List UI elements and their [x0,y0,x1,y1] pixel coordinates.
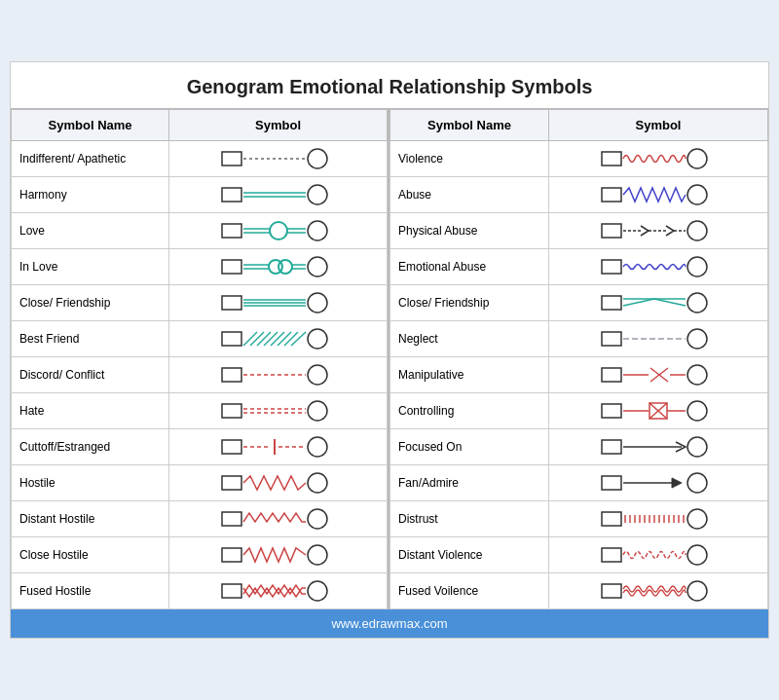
left-symbol-9 [169,465,388,501]
table-row: Distrust [390,501,768,537]
left-symbol-4 [169,285,388,321]
table-row: Close/ Friendship [390,285,768,321]
table-row: In Love [12,249,388,285]
right-symbol-9 [548,465,767,501]
table-row: Focused On [390,429,768,465]
right-symbol-0 [548,141,767,177]
svg-line-31 [264,332,278,346]
svg-point-48 [308,437,327,457]
svg-line-33 [278,332,291,346]
left-name-11: Close Hostile [12,537,169,573]
svg-point-69 [687,293,707,313]
table-row: Manipulative [390,357,768,393]
svg-point-21 [308,257,327,276]
right-header-col2: Symbol [548,110,767,141]
left-name-8: Cuttoff/Estranged [12,429,169,465]
left-name-3: In Love [12,249,169,285]
right-name-6: Manipulative [390,357,549,393]
svg-rect-0 [222,152,241,166]
svg-point-54 [308,545,327,565]
svg-rect-14 [222,260,241,274]
table-row: Fan/Admire [390,465,768,501]
table-row: Cuttoff/Estranged [12,429,388,465]
table-row: Neglect [390,321,768,357]
right-symbol-4 [548,285,767,321]
svg-point-109 [687,545,707,565]
left-name-0: Indifferent/ Apathetic [12,141,169,177]
left-table: Symbol Name Symbol Indifferent/ Apatheti… [11,109,390,609]
right-symbol-5 [548,321,767,357]
svg-rect-66 [602,260,621,274]
table-row: Close Hostile [12,537,388,573]
left-header-col1: Symbol Name [12,110,169,141]
svg-point-67 [687,257,707,276]
svg-rect-51 [222,512,241,526]
right-name-5: Neglect [390,321,549,357]
left-symbol-0 [169,141,388,177]
svg-rect-70 [602,332,621,346]
table-row: Best Friend [12,321,388,357]
svg-point-92 [687,473,707,493]
right-symbol-6 [548,357,767,393]
left-symbol-1 [169,177,388,213]
svg-rect-40 [222,404,241,418]
svg-rect-49 [222,476,241,490]
svg-line-28 [243,332,257,346]
svg-line-29 [250,332,264,346]
right-symbol-3 [548,249,767,285]
svg-point-107 [687,509,707,529]
left-name-10: Distant Hostile [12,501,169,537]
left-symbol-2 [169,213,388,249]
svg-point-2 [308,149,327,168]
table-row: Emotional Abuse [390,249,768,285]
table-row: Harmony [12,177,388,213]
svg-point-43 [308,401,327,421]
svg-point-10 [270,222,287,239]
svg-rect-79 [602,404,621,418]
svg-point-85 [687,401,707,421]
left-symbol-6 [169,357,388,393]
svg-point-65 [687,221,707,240]
svg-point-111 [687,581,707,601]
footer: www.edrawmax.com [11,609,768,638]
svg-point-60 [687,185,707,204]
table-row: Close/ Friendship [12,285,388,321]
svg-rect-57 [602,152,621,166]
table-row: Abuse [390,177,768,213]
left-name-2: Love [12,213,169,249]
table-row: Distant Violence [390,537,768,573]
right-name-9: Fan/Admire [390,465,549,501]
right-symbol-11 [548,537,767,573]
right-name-12: Fused Voilence [390,573,549,609]
right-name-11: Distant Violence [390,537,549,573]
svg-rect-86 [602,440,621,454]
right-name-0: Violence [390,141,549,177]
left-name-9: Hostile [12,465,169,501]
svg-rect-3 [222,188,241,202]
left-name-7: Hate [12,393,169,429]
svg-rect-44 [222,440,241,454]
svg-marker-91 [672,478,682,488]
svg-point-56 [308,581,327,601]
svg-point-50 [308,473,327,493]
right-symbol-7 [548,393,767,429]
table-row: Fused Hostile [12,573,388,609]
table-row: Violence [390,141,768,177]
svg-point-6 [308,185,327,204]
left-name-4: Close/ Friendship [12,285,169,321]
page-title: Genogram Emotional Relationship Symbols [11,62,768,108]
svg-rect-59 [602,188,621,202]
right-name-2: Physical Abuse [390,213,549,249]
table-row: Fused Voilence [390,573,768,609]
svg-rect-61 [602,224,621,238]
left-symbol-8 [169,429,388,465]
svg-rect-27 [222,332,241,346]
left-name-12: Fused Hostile [12,573,169,609]
svg-rect-22 [222,296,241,310]
main-container: Genogram Emotional Relationship Symbols … [10,61,769,639]
left-symbol-5 [169,321,388,357]
table-row: Physical Abuse [390,213,768,249]
table-row: Discord/ Conflict [12,357,388,393]
right-name-7: Controlling [390,393,549,429]
right-symbol-2 [548,213,767,249]
